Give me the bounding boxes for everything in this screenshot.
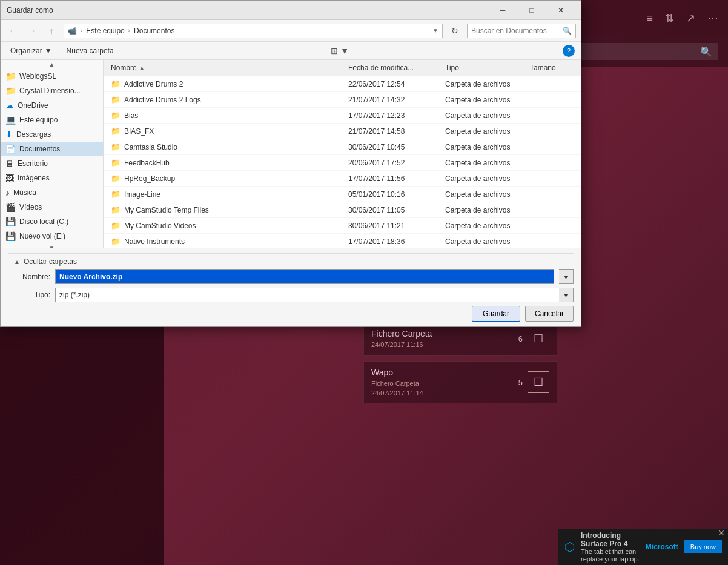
file-size xyxy=(528,209,576,211)
back-button[interactable]: ← xyxy=(5,24,20,38)
file-name: My CamStudio Temp Files xyxy=(124,206,209,214)
file-date: 17/07/2017 12:23 xyxy=(346,110,443,121)
file-date: 21/07/2017 14:32 xyxy=(346,94,443,105)
type-field-row: Tipo: ▼ xyxy=(8,288,574,302)
tree-item-nuevo-vol[interactable]: 💾 Nuevo vol (E:) xyxy=(1,229,103,243)
search-input[interactable] xyxy=(471,27,560,35)
ad-close-icon[interactable]: ✕ xyxy=(718,528,725,538)
name-field-label: Nombre: xyxy=(8,273,50,281)
filetype-input[interactable] xyxy=(55,288,559,302)
table-row[interactable]: 📁 Image-Line 05/01/2017 10:16 Carpeta de… xyxy=(104,187,581,202)
folder-icon: 📁 xyxy=(111,221,121,230)
file-size xyxy=(528,83,576,85)
file-date: 17/07/2017 18:36 xyxy=(346,236,443,247)
table-row[interactable]: 📁 Addictive Drums 2 Logs 21/07/2017 14:3… xyxy=(104,92,581,108)
view-icon: ⊞ ▼ xyxy=(331,46,349,56)
header-size[interactable]: Tamaño xyxy=(528,62,576,73)
up-button[interactable]: ↑ xyxy=(44,24,59,38)
table-row[interactable]: 📁 Addictive Drums 2 22/06/2017 12:54 Car… xyxy=(104,76,581,92)
file-date: 30/06/2017 10:45 xyxy=(346,142,443,153)
tree-item-musica[interactable]: ♪ Música xyxy=(1,185,103,200)
tree-item-onedrive[interactable]: ☁ OneDrive xyxy=(1,98,103,113)
table-row[interactable]: 📁 My CamStudio Temp Files 30/06/2017 11:… xyxy=(104,202,581,218)
filetype-dropdown-button[interactable]: ▼ xyxy=(559,288,574,302)
file-name: BIAS_FX xyxy=(124,127,154,136)
header-type[interactable]: Tipo xyxy=(443,62,528,73)
file-name: Bias xyxy=(124,111,138,120)
left-panel: ▲ 📁 WeblogsSL 📁 Crystal Dimensio... ☁ On… xyxy=(1,60,104,248)
header-name-label: Nombre xyxy=(111,64,137,72)
file-type: Carpeta de archivos xyxy=(443,220,528,231)
file-list-body: 📁 Addictive Drums 2 22/06/2017 12:54 Car… xyxy=(104,76,581,248)
table-row[interactable]: 📁 Native Instruments 17/07/2017 18:36 Ca… xyxy=(104,234,581,248)
tree-label: Nuevo vol (E:) xyxy=(19,232,65,240)
tree-item-disco-c[interactable]: 💾 Disco local (C:) xyxy=(1,214,103,229)
right-panel: Nombre ▲ Fecha de modifica... Tipo Tamañ… xyxy=(104,60,581,248)
file-type: Carpeta de archivos xyxy=(443,110,528,121)
tree-label: Imágenes xyxy=(18,174,50,182)
address-bar[interactable]: 📹 › Este equipo › Documentos ▼ xyxy=(64,24,443,38)
hide-folders-toggle[interactable]: ▲ Ocultar carpetas xyxy=(8,253,574,269)
header-date[interactable]: Fecha de modifica... xyxy=(346,62,443,73)
help-button[interactable]: ? xyxy=(563,45,575,57)
address-part1: 📹 xyxy=(68,27,77,35)
close-button[interactable]: ✕ xyxy=(547,2,575,19)
file-size xyxy=(528,225,576,227)
dialog-title: Guardar como xyxy=(7,6,53,15)
tree-label: Escritorio xyxy=(18,159,48,168)
card-wapo[interactable]: Wapo Fichero Carpeta 24/07/2017 11:14 5 … xyxy=(363,361,557,403)
header-name[interactable]: Nombre ▲ xyxy=(108,62,346,73)
file-name: HpReg_Backup xyxy=(124,174,175,183)
file-date: 20/06/2017 17:52 xyxy=(346,157,443,168)
table-row[interactable]: 📁 BIAS_FX 21/07/2017 14:58 Carpeta de ar… xyxy=(104,124,581,139)
tree-item-documentos[interactable]: 📄 Documentos xyxy=(1,142,103,156)
tree-item-videos[interactable]: 🎬 Vídeos xyxy=(1,200,103,214)
ad-title: Introducing Surface Pro 4 xyxy=(581,531,640,548)
forward-button[interactable]: → xyxy=(25,24,39,38)
type-field-label: Tipo: xyxy=(8,291,50,299)
card-date: 24/07/2017 11:16 xyxy=(371,341,432,348)
tree-item-imagenes[interactable]: 🖼 Imágenes xyxy=(1,171,103,185)
ad-banner: ⬡ Introducing Surface Pro 4 The tablet t… xyxy=(558,529,728,565)
minimize-button[interactable]: ─ xyxy=(489,2,517,19)
tree-item-descargas[interactable]: ⬇ Descargas xyxy=(1,127,103,142)
tree-label: Música xyxy=(13,188,36,197)
table-row[interactable]: 📁 Camtasia Studio 30/06/2017 10:45 Carpe… xyxy=(104,139,581,155)
maximize-button[interactable]: □ xyxy=(518,2,546,19)
file-type: Carpeta de archivos xyxy=(443,205,528,216)
folder-icon: 📁 xyxy=(111,205,121,214)
tree-item-weblogssl[interactable]: 📁 WeblogsSL xyxy=(1,69,103,84)
tree-item-escritorio[interactable]: 🖥 Escritorio xyxy=(1,156,103,171)
file-name: Addictive Drums 2 xyxy=(124,80,183,88)
sort-icon[interactable]: ⇅ xyxy=(665,12,674,25)
ad-subtitle: The tablet that can replace your laptop. xyxy=(581,548,640,563)
share-icon[interactable]: ↗ xyxy=(686,12,695,25)
tree-item-crystal[interactable]: 📁 Crystal Dimensio... xyxy=(1,84,103,98)
table-row[interactable]: 📁 FeedbackHub 20/06/2017 17:52 Carpeta d… xyxy=(104,155,581,171)
table-row[interactable]: 📁 Bias 17/07/2017 12:23 Carpeta de archi… xyxy=(104,108,581,124)
action-row: Guardar Cancelar xyxy=(8,306,574,322)
new-folder-button[interactable]: Nueva carpeta xyxy=(63,45,117,56)
view-button[interactable]: ⊞ ▼ xyxy=(331,46,349,56)
organize-button[interactable]: Organizar ▼ xyxy=(7,45,56,56)
sort-arrow: ▲ xyxy=(139,65,145,71)
table-row[interactable]: 📁 HpReg_Backup 17/07/2017 11:56 Carpeta … xyxy=(104,171,581,187)
file-name: FeedbackHub xyxy=(124,159,170,167)
file-type: Carpeta de archivos xyxy=(443,94,528,105)
table-row[interactable]: 📁 My CamStudio Videos 30/06/2017 11:21 C… xyxy=(104,218,581,234)
ad-buy-button[interactable]: Buy now xyxy=(684,540,722,553)
file-size xyxy=(528,99,576,101)
cancel-button[interactable]: Cancelar xyxy=(525,306,574,322)
filename-dropdown-button[interactable]: ▼ xyxy=(559,269,574,284)
save-button[interactable]: Guardar xyxy=(472,306,520,322)
documents-icon: 📄 xyxy=(5,144,16,154)
card-title: Fichero Carpeta xyxy=(371,329,432,339)
file-date: 21/07/2017 14:58 xyxy=(346,126,443,137)
file-name: Addictive Drums 2 Logs xyxy=(124,96,201,104)
more-icon[interactable]: ⋯ xyxy=(707,12,718,25)
tree-item-este-equipo[interactable]: 💻 Este equipo xyxy=(1,113,103,127)
menu-icon[interactable]: ≡ xyxy=(646,12,653,25)
dialog-content: ▲ 📁 WeblogsSL 📁 Crystal Dimensio... ☁ On… xyxy=(1,60,581,248)
filename-input[interactable] xyxy=(55,269,554,284)
refresh-button[interactable]: ↻ xyxy=(448,24,462,38)
